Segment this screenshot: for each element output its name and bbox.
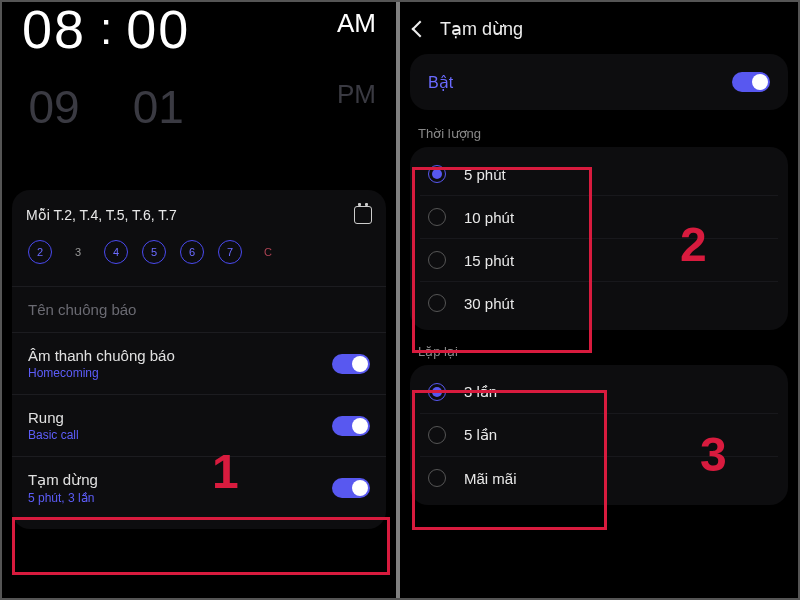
ampm-picker[interactable]: AM PM [337, 2, 376, 110]
day-4[interactable]: 4 [104, 240, 128, 264]
radio-on-icon [428, 383, 446, 401]
day-sun[interactable]: C [256, 240, 280, 264]
enable-label: Bật [428, 73, 453, 92]
repeat-opt-forever[interactable]: Mãi mãi [420, 457, 778, 499]
alarm-edit-screen: 08 09 : 00 01 AM PM Mỗi T.2, T.4, T.5, T… [2, 2, 400, 598]
minute-next[interactable]: 01 [126, 84, 190, 130]
repeat-opt-3[interactable]: 3 lần [420, 371, 778, 414]
radio-off-icon [428, 251, 446, 269]
alarm-sound-label: Âm thanh chuông báo [28, 347, 175, 364]
day-6[interactable]: 6 [180, 240, 204, 264]
duration-opt-15[interactable]: 15 phút [420, 239, 778, 282]
radio-on-icon [428, 165, 446, 183]
calendar-icon[interactable] [354, 206, 372, 224]
time-picker[interactable]: 08 09 : 00 01 AM PM [2, 2, 396, 130]
vibration-label: Rung [28, 409, 79, 426]
back-icon[interactable] [412, 21, 429, 38]
repeat-options: 3 lần 5 lần Mãi mãi [410, 365, 788, 505]
vibration-toggle[interactable] [332, 416, 370, 436]
snooze-row[interactable]: Tạm dừng 5 phút, 3 lần [26, 457, 372, 519]
duration-opt-10[interactable]: 10 phút [420, 196, 778, 239]
duration-title: Thời lượng [400, 126, 798, 147]
snooze-toggle[interactable] [332, 478, 370, 498]
alarm-settings-card: Mỗi T.2, T.4, T.5, T.6, T.7 2 3 4 5 6 7 … [12, 190, 386, 529]
duration-opt-30[interactable]: 30 phút [420, 282, 778, 324]
duration-opt-5[interactable]: 5 phút [420, 153, 778, 196]
repeat-summary: Mỗi T.2, T.4, T.5, T.6, T.7 [26, 207, 177, 223]
page-title: Tạm dừng [440, 18, 523, 40]
enable-card[interactable]: Bật [410, 54, 788, 110]
hour-selected[interactable]: 08 [22, 2, 86, 56]
alarm-sound-sub: Homecoming [28, 366, 175, 380]
hour-next[interactable]: 09 [22, 84, 86, 130]
am-label[interactable]: AM [337, 8, 376, 39]
radio-off-icon [428, 469, 446, 487]
enable-toggle[interactable] [732, 72, 770, 92]
alarm-sound-row[interactable]: Âm thanh chuông báo Homecoming [26, 333, 372, 394]
repeat-title: Lặp lại [400, 344, 798, 365]
minute-selected[interactable]: 00 [126, 2, 190, 56]
day-5[interactable]: 5 [142, 240, 166, 264]
radio-off-icon [428, 426, 446, 444]
nav-bar: Tạm dừng [400, 2, 798, 54]
day-2[interactable]: 2 [28, 240, 52, 264]
snooze-sub: 5 phút, 3 lần [28, 491, 98, 505]
alarm-name-input[interactable]: Tên chuông báo [26, 287, 372, 332]
vibration-row[interactable]: Rung Basic call [26, 395, 372, 456]
day-selector: 2 3 4 5 6 7 C [26, 240, 372, 264]
radio-off-icon [428, 294, 446, 312]
day-3[interactable]: 3 [66, 240, 90, 264]
pm-label[interactable]: PM [337, 79, 376, 110]
day-7[interactable]: 7 [218, 240, 242, 264]
vibration-sub: Basic call [28, 428, 79, 442]
repeat-opt-5[interactable]: 5 lần [420, 414, 778, 457]
snooze-settings-screen: Tạm dừng Bật Thời lượng 5 phút 10 phút 1… [400, 2, 798, 598]
time-colon: : [100, 2, 112, 54]
snooze-label: Tạm dừng [28, 471, 98, 489]
radio-off-icon [428, 208, 446, 226]
duration-options: 5 phút 10 phút 15 phút 30 phút [410, 147, 788, 330]
alarm-sound-toggle[interactable] [332, 354, 370, 374]
